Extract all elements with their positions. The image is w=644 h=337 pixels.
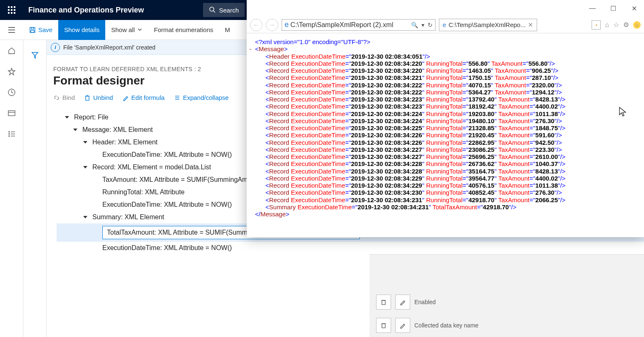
xml-line: <Record ExecutionDateTime="2019-12-30 02… — [255, 168, 644, 175]
xml-line: <Record ExecutionDateTime="2019-12-30 02… — [255, 60, 644, 67]
home-icon[interactable]: ⌂ — [605, 21, 609, 29]
workspace-icon[interactable] — [7, 108, 17, 118]
tab-close-icon[interactable]: ✕ — [528, 21, 533, 29]
xml-line: <Header ExecutionDateTime="2019-12-30 02… — [255, 53, 644, 60]
svg-marker-29 — [83, 216, 87, 218]
more-cut-button[interactable]: M — [219, 20, 236, 40]
back-icon[interactable]: ← — [250, 19, 263, 31]
ie-window: — ☐ ✕ ← → e C:\Temp\SampleXmlReport (2).… — [247, 0, 644, 237]
window-titlebar: — ☐ ✕ — [247, 0, 644, 17]
expand-collapse-button[interactable]: Expand/collapse — [174, 94, 229, 101]
maximize-icon[interactable]: ☐ — [607, 5, 619, 12]
xml-line: <Record ExecutionDateTime="2019-12-30 02… — [255, 110, 644, 117]
svg-marker-27 — [83, 141, 87, 144]
feedback-icon[interactable]: ☺ — [633, 21, 641, 29]
filter-column — [23, 40, 47, 337]
xml-line: <Record ExecutionDateTime="2019-12-30 02… — [255, 146, 644, 153]
svg-point-12 — [9, 131, 10, 132]
tree-node[interactable]: ExecutionDateTime: XML Attribute = NOW() — [57, 242, 644, 254]
xml-line: <Record ExecutionDateTime="2019-12-30 02… — [255, 175, 644, 182]
format-enumerations-button[interactable]: Format enumerations — [148, 20, 219, 40]
svg-point-0 — [210, 7, 214, 11]
info-message: File 'SampleXmlReport.xml' created — [63, 44, 156, 51]
minimize-icon[interactable]: — — [587, 5, 598, 12]
svg-rect-6 — [31, 27, 34, 29]
svg-marker-28 — [83, 166, 87, 168]
browser-tab[interactable]: e C:\Temp\SampleXmlRepo... ✕ — [439, 19, 537, 31]
xml-root-open: -<Message> — [255, 45, 644, 52]
xml-line: <Record ExecutionDateTime="2019-12-30 02… — [255, 124, 644, 131]
unbind-button[interactable]: Unbind — [84, 94, 113, 101]
recent-icon[interactable] — [7, 87, 17, 97]
xml-line: <Record ExecutionDateTime="2019-12-30 02… — [255, 131, 644, 139]
xml-line: <Record ExecutionDateTime="2019-12-30 02… — [255, 153, 644, 160]
property-row: Enabled — [369, 290, 644, 314]
star-icon[interactable]: ☆ — [613, 21, 619, 29]
funnel-icon[interactable] — [31, 52, 39, 337]
bind-button[interactable]: Bind — [53, 94, 75, 101]
caret-down-icon[interactable] — [65, 114, 71, 121]
xml-line: <Record ExecutionDateTime="2019-12-30 02… — [255, 74, 644, 81]
address-bar[interactable]: e C:\Temp\SampleXmlReport (2).xml 🔍 ▾ ↻ — [282, 19, 436, 31]
ie-logo-icon: e — [285, 20, 289, 29]
delete-icon[interactable] — [376, 295, 391, 310]
edit-icon[interactable] — [395, 295, 410, 310]
svg-point-14 — [9, 134, 10, 134]
property-label: Enabled — [414, 299, 436, 305]
svg-rect-32 — [382, 324, 385, 328]
app-launcher-icon[interactable] — [0, 6, 23, 14]
refresh-icon[interactable]: ↻ — [428, 22, 433, 28]
caret-down-icon[interactable] — [83, 139, 89, 146]
svg-marker-8 — [8, 68, 15, 75]
show-details-button[interactable]: Show details — [58, 20, 105, 40]
xml-line: <Summary ExecutionDateTime="2019-12-30 0… — [255, 203, 644, 211]
close-icon[interactable]: ✕ — [628, 5, 640, 12]
star-icon[interactable] — [7, 67, 17, 77]
svg-rect-10 — [8, 111, 15, 116]
property-row: Collected data key name — [369, 314, 644, 337]
caret-down-icon[interactable] — [83, 164, 89, 171]
xml-root-close: </Message> — [255, 211, 644, 218]
property-label: Collected data key name — [414, 322, 478, 329]
xml-line: <Record ExecutionDateTime="2019-12-30 02… — [255, 89, 644, 96]
svg-point-16 — [9, 136, 10, 136]
svg-rect-7 — [31, 30, 34, 32]
search-icon[interactable]: 🔍 — [411, 22, 418, 28]
dropdown-icon[interactable]: ▾ — [421, 22, 424, 28]
xml-line: <Record ExecutionDateTime="2019-12-30 02… — [255, 189, 644, 196]
forward-icon[interactable]: → — [266, 19, 278, 31]
property-panel: Enabled Collected data key name — [369, 254, 644, 337]
svg-marker-26 — [73, 129, 77, 131]
caret-down-icon[interactable] — [83, 213, 89, 221]
svg-rect-30 — [382, 300, 385, 305]
gear-icon[interactable]: ⚙ — [623, 21, 629, 29]
address-text: C:\Temp\SampleXmlReport (2).xml — [290, 21, 393, 29]
xml-line: <Record ExecutionDateTime="2019-12-30 02… — [255, 182, 644, 189]
save-button[interactable]: Save — [23, 20, 58, 40]
search-box[interactable]: Search — [203, 3, 245, 17]
search-label: Search — [219, 7, 239, 14]
svg-line-1 — [213, 11, 215, 12]
browser-toolbar: ← → e C:\Temp\SampleXmlReport (2).xml 🔍 … — [247, 17, 644, 33]
caret-down-icon[interactable] — [73, 126, 79, 134]
edit-formula-button[interactable]: Edit formula — [122, 94, 165, 101]
xml-line: <Record ExecutionDateTime="2019-12-30 02… — [255, 117, 644, 124]
home-icon[interactable] — [7, 46, 17, 56]
svg-marker-25 — [65, 116, 69, 119]
show-all-button[interactable]: Show all — [105, 20, 148, 40]
modules-icon[interactable] — [7, 129, 17, 139]
ie-logo-icon: e — [443, 21, 446, 28]
xml-line: <Record ExecutionDateTime="2019-12-30 02… — [255, 139, 644, 146]
svg-rect-19 — [86, 96, 89, 100]
svg-marker-18 — [32, 52, 38, 58]
search-icon — [209, 6, 215, 14]
edit-icon[interactable] — [395, 318, 410, 333]
xml-line: <Record ExecutionDateTime="2019-12-30 02… — [255, 67, 644, 74]
xml-viewer: <?xml version="1.0" encoding="UTF-8"?> -… — [247, 33, 644, 237]
xml-declaration: <?xml version="1.0" encoding="UTF-8"?> — [255, 38, 644, 45]
xml-line: <Record ExecutionDateTime="2019-12-30 02… — [255, 96, 644, 103]
left-rail — [0, 40, 23, 337]
new-tab-icon[interactable]: ▪ — [592, 20, 601, 30]
hamburger-icon[interactable] — [0, 26, 23, 34]
delete-icon[interactable] — [376, 318, 391, 333]
